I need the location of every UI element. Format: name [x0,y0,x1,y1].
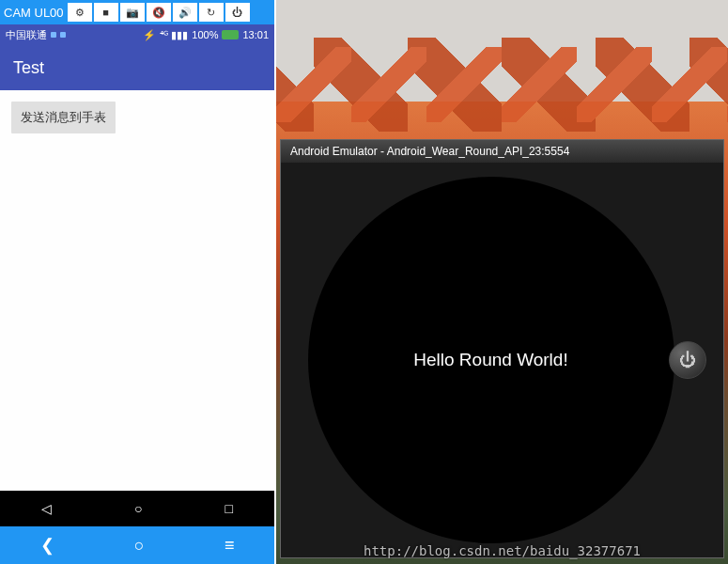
status-indicator-icon [51,32,56,38]
battery-icon [222,30,239,39]
app-title: Test [13,58,44,78]
wear-emulator-body: Hello Round World! ⏻ [281,163,723,557]
battery-percent: 100% [192,29,218,40]
app-bar: Test [0,45,274,90]
android-nav-bar: ◁ ○ □ [0,491,274,526]
send-to-watch-button[interactable]: 发送消息到手表 [11,102,116,133]
clock: 13:01 [242,29,269,40]
phone-status-bar: 中国联通 ⚡ ⁴ᴳ ▮▮▮ 100% 13:01 [0,24,274,45]
power-icon[interactable]: ⏻ [225,3,250,22]
volume-up-icon[interactable]: 🔊 [173,3,197,22]
device-label: CAM UL00 [4,6,64,20]
camera-icon[interactable]: 📷 [120,3,145,22]
bluetooth-icon: ⚡ [143,29,156,41]
rotate-icon[interactable]: ↻ [199,3,224,22]
power-button[interactable]: ⏻ [669,341,706,379]
power-icon: ⏻ [679,351,696,370]
window-title: Android Emulator - Android_Wear_Round_AP… [290,145,569,158]
status-indicator-icon [60,32,66,38]
watch-face[interactable]: Hello Round World! [308,177,674,543]
recent-apps-button[interactable]: □ [225,501,233,516]
wear-emulator-window: Android Emulator - Android_Wear_Round_AP… [280,139,724,558]
emulator-control-bar: CAM UL00 ⚙ ■ 📷 🔇 🔊 ↻ ⏻ [0,0,274,24]
back-icon[interactable]: ❮ [40,535,54,556]
phone-content-area: 发送消息到手表 [0,90,274,491]
emulator-bottom-bar: ❮ ○ ≡ [0,526,274,564]
menu-icon[interactable]: ≡ [225,536,235,556]
home-button[interactable]: ○ [134,501,142,516]
watch-screen-text: Hello Round World! [413,350,567,370]
video-icon[interactable]: ■ [94,3,118,22]
window-title-bar[interactable]: Android Emulator - Android_Wear_Round_AP… [281,140,723,163]
home-icon[interactable]: ○ [134,536,145,556]
carrier-label: 中国联通 [6,28,47,42]
volume-down-icon[interactable]: 🔇 [147,3,171,22]
mountain-image [276,28,728,150]
back-button[interactable]: ◁ [41,501,52,516]
gear-icon[interactable]: ⚙ [68,3,92,22]
phone-emulator: CAM UL00 ⚙ ■ 📷 🔇 🔊 ↻ ⏻ 中国联通 ⚡ ⁴ᴳ ▮▮▮ 100… [0,0,276,564]
signal-icon: ⁴ᴳ ▮▮▮ [160,29,188,41]
desktop-area: Android Emulator - Android_Wear_Round_AP… [276,0,728,564]
